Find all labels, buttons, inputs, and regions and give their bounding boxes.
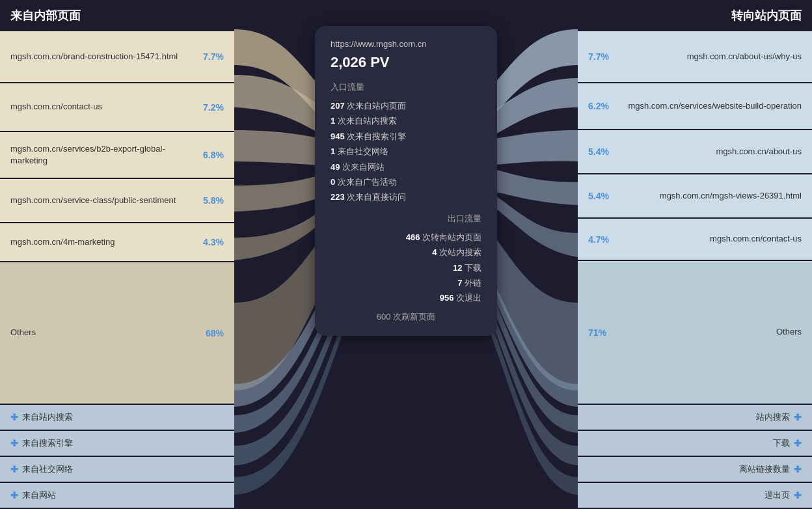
center-pv: 2,026 PV [331, 54, 481, 71]
right-item-4: 4.7%mgsh.com.cn/contact-us [578, 219, 812, 261]
left-item-url-4: mgsh.com.cn/4m-marketing [10, 236, 115, 248]
main-container: 来自内部页面 mgsh.com.cn/brand-construction-15… [0, 0, 812, 509]
center-url: https://www.mgsh.com.cn [331, 39, 481, 49]
left-item-url-0: mgsh.com.cn/brand-construction-15471.htm… [10, 51, 178, 62]
right-bottom-item-1[interactable]: 下载✚ [578, 431, 812, 457]
inflow-num: 1 [331, 146, 338, 156]
right-header: 转向站内页面 [578, 0, 812, 31]
outflow-stats: 466 次转向站内页面4 次站内搜索12 下载7 外链956 次退出 [331, 230, 481, 306]
plus-icon-left-2: ✚ [10, 464, 18, 475]
left-item-pct-5: 68% [206, 328, 224, 338]
center-card: https://www.mgsh.com.cn 2,026 PV 入口流量 20… [315, 26, 497, 336]
left-item-2: mgsh.com.cn/services/b2b-export-global-m… [0, 132, 234, 179]
left-bottom-item-0[interactable]: ✚来自站内搜索 [0, 405, 234, 431]
right-bottom-item-3[interactable]: 退出页✚ [578, 483, 812, 509]
left-item-pct-1: 7.2% [203, 102, 224, 113]
right-item-5: 71%Others [578, 261, 812, 405]
plus-icon-right-2: ✚ [794, 464, 802, 475]
inflow-num: 207 [331, 101, 347, 111]
right-item-pct-3: 5.4% [588, 191, 609, 201]
inflow-line: 945 次来自搜索引擎 [331, 129, 481, 144]
left-item-url-3: mgsh.com.cn/service-class/public-sentime… [10, 195, 176, 206]
right-item-pct-2: 5.4% [588, 146, 609, 157]
plus-icon-left-3: ✚ [10, 490, 18, 501]
left-bottom-item-3[interactable]: ✚来自网站 [0, 483, 234, 509]
center-panel: https://www.mgsh.com.cn 2,026 PV 入口流量 20… [302, 0, 510, 509]
outflow-num: 12 [453, 263, 465, 273]
left-item-url-2: mgsh.com.cn/services/b2b-export-global-m… [10, 143, 198, 167]
inflow-line: 207 次来自站内页面 [331, 98, 481, 113]
left-item-4: mgsh.com.cn/4m-marketing4.3% [0, 223, 234, 262]
plus-icon-left-0: ✚ [10, 412, 18, 422]
inflow-num: 945 [331, 131, 347, 141]
outflow-num: 956 [440, 293, 456, 303]
left-bottom-item-1[interactable]: ✚来自搜索引擎 [0, 431, 234, 457]
inflow-label: 次来自站内页面 [347, 101, 406, 111]
inflow-num: 223 [331, 192, 347, 202]
outflow-line: 4 次站内搜索 [331, 245, 481, 260]
right-bottom-label-3: 退出页 [765, 489, 790, 501]
inflow-label: 次来自直接访问 [347, 192, 406, 202]
left-bottom-label-1: 来自搜索引擎 [22, 437, 73, 449]
outflow-label: 次退出 [456, 293, 481, 303]
outflow-line: 466 次转向站内页面 [331, 230, 481, 245]
inflow-label: 次来自广告活动 [338, 177, 397, 187]
outflow-num: 7 [457, 278, 465, 288]
left-item-0: mgsh.com.cn/brand-construction-15471.htm… [0, 31, 234, 83]
left-items: mgsh.com.cn/brand-construction-15471.htm… [0, 31, 234, 405]
inflow-line: 1 次来自站内搜索 [331, 113, 481, 128]
outflow-label: 次转向站内页面 [422, 232, 481, 242]
right-item-2: 5.4%mgsh.com.cn/about-us [578, 130, 812, 174]
inflow-label: 次来自网站 [342, 162, 385, 172]
plus-icon-right-0: ✚ [794, 412, 802, 422]
left-item-url-5: Others [10, 327, 36, 338]
right-item-pct-4: 4.7% [588, 234, 609, 245]
plus-icon-left-1: ✚ [10, 438, 18, 448]
inflow-title: 入口流量 [331, 81, 481, 93]
outflow-label: 外链 [465, 278, 481, 288]
outflow-label: 下载 [465, 263, 481, 273]
right-item-pct-0: 7.7% [588, 51, 609, 62]
left-item-pct-4: 4.3% [203, 237, 224, 247]
right-bottom-item-2[interactable]: 离站链接数量✚ [578, 457, 812, 483]
plus-icon-right-3: ✚ [794, 490, 802, 501]
inflow-num: 49 [331, 162, 342, 172]
left-item-pct-2: 6.8% [203, 150, 224, 160]
inflow-label: 来自社交网络 [338, 146, 388, 156]
left-item-5: Others68% [0, 262, 234, 405]
inflow-stats: 207 次来自站内页面1 次来自站内搜索945 次来自搜索引擎1 来自社交网络4… [331, 98, 481, 205]
inflow-line: 49 次来自网站 [331, 159, 481, 174]
right-bottom-label-0: 站内搜索 [756, 411, 790, 423]
left-header: 来自内部页面 [0, 0, 234, 31]
left-bottom-label-3: 来自网站 [22, 489, 56, 501]
outflow-num: 4 [432, 247, 439, 257]
left-item-pct-3: 5.8% [203, 195, 224, 206]
right-item-pct-1: 6.2% [588, 101, 609, 111]
left-bottom-label-2: 来自社交网络 [22, 463, 73, 475]
right-panel: 转向站内页面 7.7%mgsh.com.cn/about-us/why-us6.… [578, 0, 812, 509]
inflow-label: 次来自搜索引擎 [347, 131, 406, 141]
right-bottom-item-0[interactable]: 站内搜索✚ [578, 405, 812, 431]
left-bottom-item-2[interactable]: ✚来自社交网络 [0, 457, 234, 483]
left-panel: 来自内部页面 mgsh.com.cn/brand-construction-15… [0, 0, 234, 509]
right-item-url-2: mgsh.com.cn/about-us [716, 146, 802, 158]
right-item-url-1: mgsh.com.cn/services/website-build-opera… [628, 100, 802, 112]
right-item-1: 6.2%mgsh.com.cn/services/website-build-o… [578, 83, 812, 130]
outflow-num: 466 [406, 232, 422, 242]
left-item-pct-0: 7.7% [203, 51, 224, 62]
left-item-1: mgsh.com.cn/contact-us7.2% [0, 83, 234, 132]
left-bottom: ✚来自站内搜索✚来自搜索引擎✚来自社交网络✚来自网站 [0, 405, 234, 509]
left-item-3: mgsh.com.cn/service-class/public-sentime… [0, 179, 234, 223]
right-bottom-label-2: 离站链接数量 [739, 463, 790, 475]
right-item-url-3: mgsh.com.cn/mgsh-views-26391.html [660, 190, 802, 202]
right-item-3: 5.4%mgsh.com.cn/mgsh-views-26391.html [578, 174, 812, 219]
inflow-line: 223 次来自直接访问 [331, 189, 481, 204]
inflow-label: 次来自站内搜索 [338, 116, 397, 126]
right-item-pct-5: 71% [588, 327, 606, 338]
inflow-line: 1 来自社交网络 [331, 144, 481, 159]
plus-icon-right-1: ✚ [794, 438, 802, 448]
right-item-url-4: mgsh.com.cn/contact-us [710, 233, 802, 245]
inflow-line: 0 次来自广告活动 [331, 174, 481, 189]
right-bottom: 站内搜索✚下载✚离站链接数量✚退出页✚ [578, 405, 812, 509]
outflow-line: 7 外链 [331, 275, 481, 290]
